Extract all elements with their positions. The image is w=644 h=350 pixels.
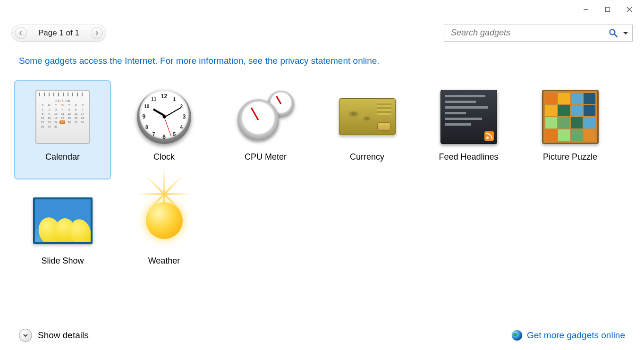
close-button[interactable] xyxy=(619,2,640,17)
slideshow-icon xyxy=(32,190,93,251)
show-details-label: Show details xyxy=(38,330,89,341)
gadget-label: Picture Puzzle xyxy=(543,152,597,162)
chevron-down-icon xyxy=(19,329,32,342)
gadget-calendar[interactable]: OCT 06 SMTWTFS 1234567 891011121314 1516… xyxy=(14,80,111,179)
svg-point-4 xyxy=(610,29,615,34)
svg-rect-1 xyxy=(606,8,610,12)
gadget-label: Currency xyxy=(350,152,384,162)
gadget-currency[interactable]: Currency xyxy=(319,80,415,179)
puzzle-icon xyxy=(540,86,601,147)
get-more-gadgets-link[interactable]: Get more gadgets online xyxy=(512,330,625,341)
calendar-icon: OCT 06 SMTWTFS 1234567 891011121314 1516… xyxy=(32,86,93,147)
pager-next-button[interactable] xyxy=(91,27,103,39)
svg-line-5 xyxy=(615,34,617,37)
toolbar: Page 1 of 1 xyxy=(0,19,644,47)
globe-icon xyxy=(512,330,522,341)
gadget-clock[interactable]: 12 3 6 9 1 2 4 5 7 8 10 11 Clock xyxy=(116,80,212,179)
gadget-label: Clock xyxy=(153,152,175,162)
gadget-label: Weather xyxy=(148,256,180,266)
gadget-label: CPU Meter xyxy=(245,152,287,162)
pager: Page 1 of 1 xyxy=(11,25,106,42)
gadget-label: Slide Show xyxy=(41,256,84,266)
maximize-button[interactable] xyxy=(597,2,619,17)
search-icon[interactable] xyxy=(609,28,618,38)
gadget-weather[interactable]: Weather xyxy=(116,184,212,283)
cpu-meter-icon xyxy=(235,86,297,147)
feed-icon xyxy=(438,86,500,147)
pager-label: Page 1 of 1 xyxy=(28,28,90,38)
pager-prev-button[interactable] xyxy=(15,27,27,39)
search-input[interactable] xyxy=(450,27,609,38)
gadget-cpu-meter[interactable]: CPU Meter xyxy=(217,80,314,179)
search-box xyxy=(444,25,633,42)
gadget-label: Feed Headlines xyxy=(439,152,498,162)
titlebar xyxy=(0,0,644,19)
weather-icon xyxy=(134,190,195,251)
rss-icon xyxy=(484,131,494,141)
currency-icon xyxy=(337,86,398,147)
show-details-toggle[interactable]: Show details xyxy=(19,329,89,342)
search-options-dropdown[interactable] xyxy=(623,29,628,37)
clock-icon: 12 3 6 9 1 2 4 5 7 8 10 11 xyxy=(134,86,195,147)
gadget-grid: OCT 06 SMTWTFS 1234567 891011121314 1516… xyxy=(0,71,644,293)
footer: Show details Get more gadgets online xyxy=(0,320,644,350)
gadget-feed-headlines[interactable]: Feed Headlines xyxy=(420,80,517,179)
gadget-slide-show[interactable]: Slide Show xyxy=(14,184,111,283)
minimize-button[interactable] xyxy=(575,2,597,17)
gadget-label: Calendar xyxy=(45,152,80,162)
privacy-banner[interactable]: Some gadgets access the Internet. For mo… xyxy=(0,47,644,71)
gadget-picture-puzzle[interactable]: Picture Puzzle xyxy=(522,80,619,179)
get-more-gadgets-label: Get more gadgets online xyxy=(527,330,625,341)
